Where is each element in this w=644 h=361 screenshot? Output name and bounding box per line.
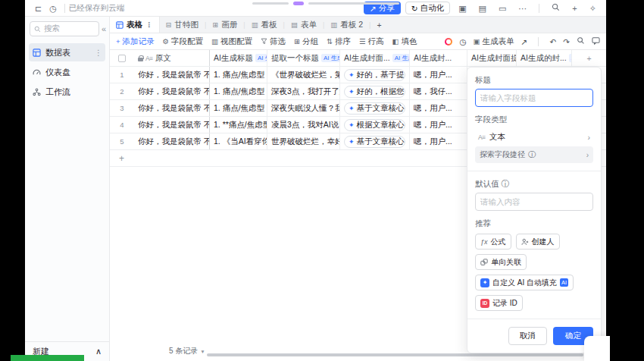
sidebar-item-datatable[interactable]: 数据表 ⋮ [29,43,105,61]
mirror-icon[interactable]: ▤ [475,0,490,17]
sidebar-item-workflow[interactable]: 工作流 [29,83,105,101]
filter-button[interactable]: 筛选 [261,36,286,47]
history-clock-icon[interactable]: ◷ [459,37,466,46]
cell-source[interactable]: 你好，我是袋鼠帝 不... [134,117,210,133]
cell-extract-title[interactable]: 凌晨3点，我对AI说了... [267,117,340,133]
cell-extract-title[interactable]: 世界破破烂烂，幸好还... [267,133,340,149]
chip-formula[interactable]: ƒx 公式 [475,234,511,250]
title-label: 标题 [475,75,593,86]
sparkle-icon: ✦ [349,105,355,112]
horizontal-scrollbar[interactable] [207,353,583,356]
tab-gantt-view[interactable]: ⊟ 甘特图 [160,17,205,33]
add-view-button[interactable]: + [370,17,387,33]
generate-form-button[interactable]: ▣ 生成表单 [474,36,514,47]
ai-generated-badge: AI 生成 [392,54,410,62]
sidebar-collapse-icon[interactable]: « [102,24,106,33]
cell-ai-cover2[interactable]: 嗯，用户... [410,117,467,133]
cell-ai-title[interactable]: 1. **痛点/焦虑型** ... [210,117,267,133]
purple-tag [293,2,304,5]
magic-icon[interactable]: ✧ [586,0,600,17]
cell-ai-cover[interactable]: ✦好的，基于提... [340,67,410,83]
redo-icon[interactable]: ↷ [563,37,570,46]
display-icon[interactable]: ▭ [495,0,510,17]
add-field-button[interactable]: + [572,50,606,66]
caret-down-icon[interactable]: ▼ [200,349,205,354]
cell-ai-cover[interactable]: ✦好的，根据您... [340,83,410,99]
column-header-source[interactable]: A≡ 原文 [134,50,210,66]
cell-source[interactable]: 你好，我是袋鼠帝 不... [134,67,210,83]
export-icon[interactable]: ↗ [521,37,528,46]
cell-ai-cover2[interactable]: 嗯，用户... [410,100,467,116]
search-icon[interactable] [548,0,564,17]
sidebar-search-input[interactable]: 搜索 [30,21,99,36]
ai-badge: AI [560,278,568,287]
cell-extract-title[interactable]: 深夜失眠没人懂？我让... [267,100,340,116]
cell-extract-title[interactable]: 《世界破破烂烂，第二... [267,67,340,83]
column-header-ai-cover3[interactable]: AI生成的封... AI 生成 ! [517,50,572,66]
cell-ai-cover2[interactable]: 嗯，我仔... [410,83,467,99]
column-header-ai-cover[interactable]: AI生成封面... AI 生成 [340,50,410,66]
column-header-ai-title[interactable]: AI生成标题 AI 生成 [210,50,267,66]
sidebar-item-label: 仪表盘 [45,67,70,78]
default-value-input[interactable] [475,193,593,211]
comment-icon[interactable] [592,36,600,46]
cell-ai-cover2[interactable]: 嗯，用户... [410,67,467,83]
cell-ai-cover[interactable]: ✦基于文章核心... [340,133,410,149]
tab-gallery-view[interactable]: ⊞ 画册 [206,17,243,33]
kebab-icon[interactable]: ⋮ [145,20,153,29]
chip-custom-ai-autofill[interactable]: ✦ 自定义 AI 自动填充 AI [475,275,574,290]
group-button[interactable]: ⊞ 分组 [294,36,318,47]
more-icon[interactable]: ⋯ [514,0,530,17]
column-header-ai-cover2[interactable]: AI生成封... [410,50,467,66]
tab-form-view[interactable]: ▤ 表单 [285,17,323,33]
recommend-label: 推荐 [475,218,593,229]
video-progress-bar[interactable] [11,355,84,361]
cell-ai-title[interactable]: 1. 痛点/焦虑型： 《... [210,67,267,83]
history-icon[interactable]: ◷ [45,0,61,17]
cell-ai-cover[interactable]: ✦基于文章核心... [340,100,410,116]
field-config-button[interactable]: ⚙ 字段配置 [163,36,204,47]
add-record-button[interactable]: + 添加记录 [116,36,155,47]
chip-creator[interactable]: 创建人 [516,234,560,250]
field-title-input[interactable] [475,89,593,107]
tab-kanban-view[interactable]: ▥ 看板 [245,17,283,33]
field-shortcut-row[interactable]: 探索字段捷径 ⓘ › [475,146,593,163]
cell-ai-cover[interactable]: ✦根据文章核心... [340,117,410,133]
cell-ai-title[interactable]: 1. 痛点/焦虑型： "... [210,83,267,99]
cell-extract-title[interactable]: 深夜3点，我打开了第... [267,83,340,99]
view-config-button[interactable]: ▥ 视图配置 [211,36,252,47]
select-all-checkbox[interactable] [118,55,126,62]
cell-ai-title[interactable]: 1. 痛点/焦虑型： - ... [210,100,267,116]
widget-icon[interactable]: ▣ [455,0,470,17]
search-placeholder: 搜索 [44,24,60,34]
cell-ai-cover2[interactable]: 嗯，用户... [410,133,467,149]
cancel-button[interactable]: 取消 [508,327,547,345]
sort-button[interactable]: ⇅ 排序 [327,36,351,47]
cell-source[interactable]: 你好，我是袋鼠帝 不... [134,100,210,116]
tab-grid-view[interactable]: 表格 ⋮ [110,17,160,33]
column-header-ai-cover-prompt[interactable]: AI生成封面提... [467,50,517,66]
automation-button[interactable]: ↻自动化 [405,2,450,14]
chevron-right-icon: › [586,151,589,159]
collapse-panel-icon[interactable]: ⊏ [31,0,45,17]
cell-source[interactable]: 你好，我是袋鼠帝 不... [134,83,210,99]
row-height-button[interactable]: ☰ 行高 [359,36,384,47]
search-in-view-icon[interactable] [577,36,585,46]
cell-ai-title[interactable]: 1. 《当AI看穿你强... [210,133,267,149]
undo-icon[interactable]: ↶ [549,37,556,46]
field-type-selector[interactable]: A≡ 文本 › [475,128,593,146]
fill-color-button[interactable]: ◧ 填色 [392,36,417,47]
gantt-icon: ⊟ [166,20,172,29]
cell-source[interactable]: 你好，我是袋鼠帝 不... [134,133,210,149]
chip-one-way-link[interactable]: 单向关联 [475,254,527,270]
gallery-icon: ⊞ [212,20,218,29]
chip-record-id[interactable]: ID 记录 ID [475,295,523,311]
plus-icon[interactable]: + [568,0,580,17]
kebab-icon[interactable]: ⋮ [95,49,102,57]
ai-assistant-icon[interactable] [445,38,452,46]
sidebar-item-dashboard[interactable]: 仪表盘 [29,63,105,81]
tab-kanban2-view[interactable]: ▥ 看板 2 [324,17,369,33]
row-number: 4 [110,117,134,133]
chevron-right-icon: › [588,133,591,142]
column-header-extract-title[interactable]: 提取一个标题 AI 生成 [267,50,340,66]
